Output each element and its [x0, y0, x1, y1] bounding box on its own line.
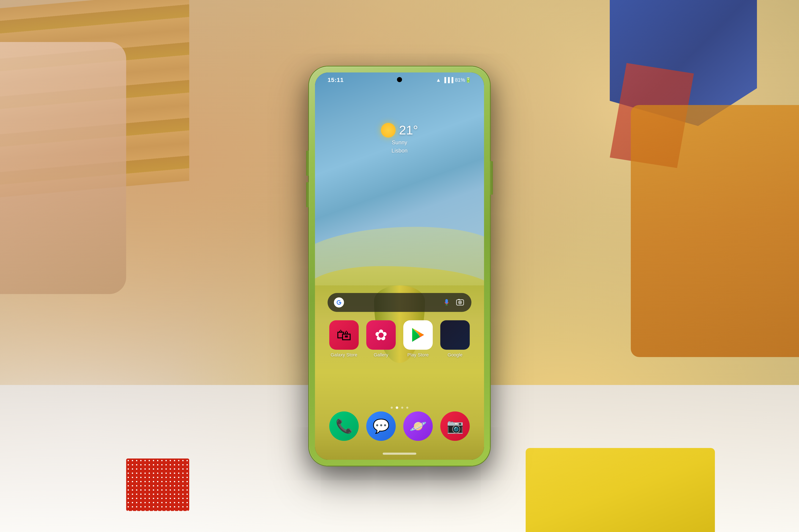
dock-item-phone[interactable]	[328, 412, 360, 441]
dock-item-messages[interactable]	[365, 412, 397, 441]
yellow-table-decor	[526, 448, 715, 532]
weather-city: Lisbon	[381, 148, 418, 154]
phone-app-icon	[329, 412, 359, 441]
app-dock	[328, 412, 471, 441]
weather-temperature: 21°	[399, 123, 418, 137]
cushion-decor	[0, 42, 126, 294]
svg-rect-5	[458, 299, 460, 300]
battery-icon: 81%🔋	[455, 77, 471, 83]
gallery-icon	[366, 320, 396, 350]
dock-item-camera[interactable]	[439, 412, 471, 441]
svg-point-4	[459, 302, 461, 303]
app-item-gallery[interactable]: Gallery	[365, 320, 397, 358]
page-dot-1	[391, 406, 393, 409]
weather-condition: Sunny	[381, 139, 418, 146]
google-logo	[334, 298, 344, 307]
volume-up-button[interactable]	[306, 151, 309, 176]
wifi-icon: ▲	[436, 77, 441, 83]
app-item-play-store[interactable]: Play Store	[402, 320, 434, 358]
page-dot-3	[401, 406, 403, 409]
page-indicator	[391, 406, 408, 409]
status-time: 15:11	[328, 77, 344, 83]
dock-item-internet[interactable]	[402, 412, 434, 441]
status-icons: ▲ ▐▐▐ 81%🔋	[436, 77, 471, 83]
front-camera-notch	[397, 77, 402, 82]
phone-screen: 15:11 ▲ ▐▐▐ 81%🔋 21° Sunny Lisbon	[315, 73, 484, 460]
yellow-chair-decor	[631, 105, 799, 357]
signal-icon: ▐▐▐	[442, 77, 453, 83]
voice-search-icon[interactable]	[441, 298, 452, 307]
page-dot-2-active	[396, 406, 398, 409]
galaxy-store-label: Galaxy Store	[330, 352, 357, 358]
google-label: Google	[448, 352, 462, 358]
dotted-box-decor	[126, 458, 189, 511]
app-grid: Galaxy Store Gallery	[328, 320, 471, 358]
weather-sun-icon	[381, 123, 396, 137]
gallery-label: Gallery	[374, 352, 388, 358]
google-search-bar[interactable]	[328, 293, 471, 312]
galaxy-store-icon	[329, 320, 359, 350]
volume-down-button[interactable]	[306, 182, 309, 207]
internet-app-icon	[403, 412, 433, 441]
phone: 15:11 ▲ ▐▐▐ 81%🔋 21° Sunny Lisbon	[309, 66, 490, 466]
page-dot-4	[406, 406, 408, 409]
lens-search-icon[interactable]	[455, 298, 465, 307]
google-app-icon	[440, 320, 470, 350]
phone-body: 15:11 ▲ ▐▐▐ 81%🔋 21° Sunny Lisbon	[309, 66, 490, 466]
power-button[interactable]	[490, 161, 493, 195]
app-item-galaxy-store[interactable]: Galaxy Store	[328, 320, 360, 358]
screen-bezel: 15:11 ▲ ▐▐▐ 81%🔋 21° Sunny Lisbon	[315, 73, 484, 460]
navigation-bar	[383, 453, 416, 455]
play-store-icon	[403, 320, 433, 350]
messages-app-icon	[366, 412, 396, 441]
weather-widget: 21° Sunny Lisbon	[381, 123, 418, 154]
app-item-google[interactable]: Google	[439, 320, 471, 358]
play-store-label: Play Store	[407, 352, 429, 358]
camera-app-icon	[440, 412, 470, 441]
